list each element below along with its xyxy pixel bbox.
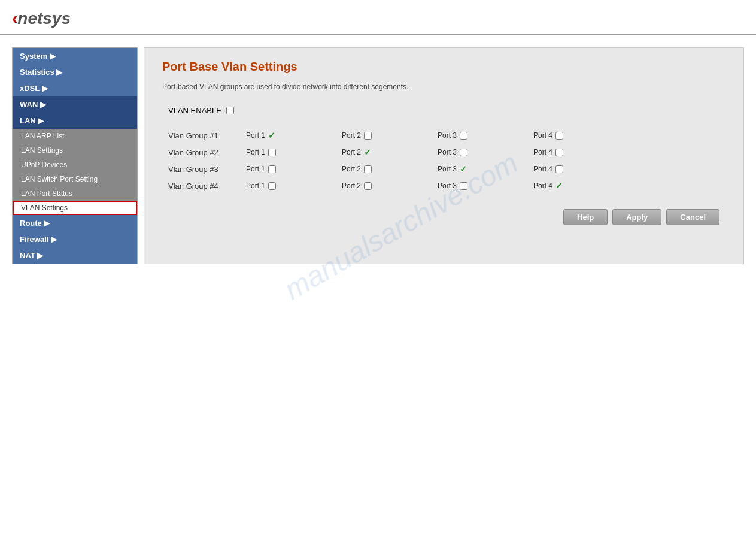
- logo-arrow: ‹: [12, 9, 17, 28]
- group-4-port-2-checkbox[interactable]: [364, 182, 372, 190]
- group-2-port-1-checkbox[interactable]: [268, 149, 276, 156]
- group-4-port-2: Port 2: [342, 182, 438, 190]
- group-1-port-3-checkbox[interactable]: [460, 132, 467, 140]
- sidebar-item-firewall[interactable]: Firewall ▶: [13, 231, 137, 247]
- sidebar-item-lan-settings[interactable]: LAN Settings: [13, 143, 137, 158]
- group-4-port-4-check: ✓: [555, 181, 563, 191]
- sidebar-item-system[interactable]: System ▶: [13, 48, 137, 64]
- group-3-port-4-checkbox[interactable]: [555, 165, 563, 173]
- group-2-port-1: Port 1: [246, 148, 342, 156]
- page-title: Port Base Vlan Settings: [162, 60, 725, 74]
- sidebar-item-lan[interactable]: LAN ▶: [13, 113, 137, 129]
- group-1-port-1-check: ✓: [268, 131, 275, 140]
- sidebar-item-upnp-devices[interactable]: UPnP Devices: [13, 158, 137, 172]
- group-3-port-1: Port 1: [246, 165, 342, 173]
- group-4-port-3-checkbox[interactable]: [460, 182, 467, 190]
- vlan-table: VLAN ENABLE Vlan Group #1 Port 1 ✓ Port …: [162, 106, 725, 194]
- content-area: Port Base Vlan Settings Port-based VLAN …: [144, 47, 744, 264]
- group-2-port-4: Port 4: [533, 148, 629, 156]
- group-2-port-3: Port 3: [438, 148, 533, 156]
- group-3-port-4: Port 4: [533, 165, 629, 173]
- main-container: System ▶ Statistics ▶ xDSL ▶ WAN ▶ LAN ▶…: [0, 35, 756, 276]
- sidebar-item-wan[interactable]: WAN ▶: [13, 96, 137, 113]
- group-2-label: Vlan Group #2: [168, 148, 246, 157]
- sidebar-item-nat[interactable]: NAT ▶: [13, 247, 137, 264]
- group-2-port-2: Port 2 ✓: [342, 147, 438, 157]
- group-3-port-2: Port 2: [342, 165, 438, 173]
- sidebar-item-route[interactable]: Route ▶: [13, 215, 137, 231]
- group-3-label: Vlan Group #3: [168, 165, 246, 174]
- group-2-port-4-checkbox[interactable]: [555, 149, 563, 156]
- header: ‹netsys: [0, 0, 756, 35]
- vlan-group-row-3: Vlan Group #3 Port 1 Port 2 Port 3 ✓ Por…: [162, 161, 725, 177]
- sidebar-item-lan-port-status[interactable]: LAN Port Status: [13, 186, 137, 201]
- group-3-port-3: Port 3 ✓: [438, 164, 533, 174]
- group-4-port-3: Port 3: [438, 182, 533, 190]
- group-1-port-1: Port 1 ✓: [246, 131, 342, 140]
- sidebar-item-lan-arp-list[interactable]: LAN ARP List: [13, 129, 137, 143]
- page-description: Port-based VLAN groups are used to divid…: [162, 83, 725, 91]
- sidebar-item-lan-switch-port-setting[interactable]: LAN Switch Port Setting: [13, 172, 137, 186]
- button-row: Help Apply Cancel: [162, 209, 725, 225]
- group-2-port-3-checkbox[interactable]: [460, 149, 467, 156]
- vlan-enable-row: VLAN ENABLE: [162, 106, 725, 115]
- group-4-label: Vlan Group #4: [168, 182, 246, 191]
- sidebar: System ▶ Statistics ▶ xDSL ▶ WAN ▶ LAN ▶…: [12, 47, 138, 264]
- group-3-port-1-checkbox[interactable]: [268, 165, 276, 173]
- group-3-port-2-checkbox[interactable]: [364, 165, 372, 173]
- group-1-port-4-checkbox[interactable]: [555, 132, 563, 140]
- group-1-port-3: Port 3: [438, 131, 533, 140]
- apply-button[interactable]: Apply: [612, 209, 661, 225]
- vlan-group-row-1: Vlan Group #1 Port 1 ✓ Port 2 Port 3 Por…: [162, 127, 725, 144]
- sidebar-item-vlan-settings[interactable]: VLAN Settings: [13, 201, 137, 215]
- vlan-group-row-2: Vlan Group #2 Port 1 Port 2 ✓ Port 3 Por…: [162, 144, 725, 161]
- vlan-enable-checkbox[interactable]: [226, 107, 234, 114]
- vlan-group-row-4: Vlan Group #4 Port 1 Port 2 Port 3 Port …: [162, 177, 725, 194]
- logo-net: ‹net: [12, 9, 42, 28]
- sidebar-item-statistics[interactable]: Statistics ▶: [13, 64, 137, 80]
- group-4-port-4: Port 4 ✓: [533, 181, 629, 191]
- help-button[interactable]: Help: [563, 209, 608, 225]
- group-1-port-2-checkbox[interactable]: [364, 132, 372, 140]
- group-4-port-1-checkbox[interactable]: [268, 182, 276, 190]
- logo-sys: sys: [42, 9, 71, 28]
- group-1-label: Vlan Group #1: [168, 131, 246, 140]
- group-3-port-3-check: ✓: [460, 164, 467, 174]
- group-2-port-2-check: ✓: [364, 147, 371, 157]
- vlan-enable-label: VLAN ENABLE: [168, 106, 221, 115]
- group-4-port-1: Port 1: [246, 182, 342, 190]
- group-1-port-2: Port 2: [342, 131, 438, 140]
- group-1-port-4: Port 4: [533, 131, 629, 140]
- logo: ‹netsys: [12, 9, 744, 28]
- cancel-button[interactable]: Cancel: [666, 209, 719, 225]
- sidebar-item-xdsl[interactable]: xDSL ▶: [13, 80, 137, 96]
